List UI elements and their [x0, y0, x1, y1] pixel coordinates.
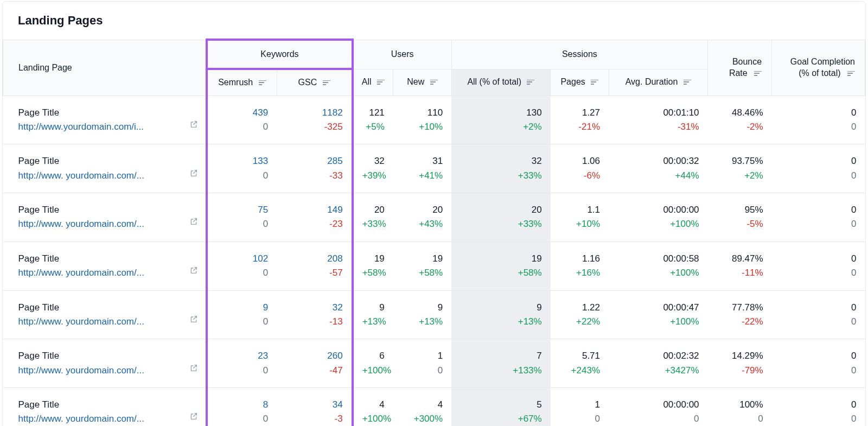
sessions-all-value: 9 — [460, 301, 542, 315]
semrush-value[interactable]: 75 — [216, 203, 268, 217]
page-title[interactable]: Page Title — [18, 398, 197, 412]
cell-users-new: 1 0 — [393, 339, 451, 388]
cell-semrush: 9 0 — [207, 290, 277, 339]
sessions-all-value: 130 — [460, 106, 542, 120]
cell-goal-completion: 0 0 — [772, 144, 865, 193]
cell-gsc: 149 -23 — [277, 193, 353, 242]
page-title[interactable]: Page Title — [18, 203, 197, 217]
users-all-sub: +5% — [362, 120, 385, 134]
cell-pages: 1.16 +16% — [551, 241, 609, 290]
users-new-sub: 0 — [402, 364, 443, 378]
cell-pages: 1.27 -21% — [551, 96, 609, 144]
external-link-icon[interactable] — [189, 411, 198, 425]
header-users-new[interactable]: New — [393, 69, 451, 96]
bounce-value: 89.47% — [717, 252, 763, 266]
page-url-link[interactable]: http://www. yourdomain.com/... — [18, 217, 144, 231]
gsc-value[interactable]: 34 — [285, 398, 343, 412]
external-link-icon[interactable] — [189, 314, 198, 328]
users-new-value: 4 — [402, 398, 443, 412]
header-sessions-all[interactable]: All (% of total) — [451, 69, 551, 96]
header-semrush[interactable]: Semrush — [207, 69, 277, 96]
gsc-sub: -33 — [285, 169, 343, 183]
header-users-all[interactable]: All — [353, 69, 393, 96]
cell-bounce-rate: 95% -5% — [708, 193, 772, 242]
page-title[interactable]: Page Title — [18, 349, 197, 363]
page-url-link[interactable]: http://www. yourdomain.com/... — [18, 364, 144, 378]
dur-value: 00:00:00 — [617, 203, 699, 217]
gsc-value[interactable]: 32 — [285, 301, 343, 315]
sort-icon — [754, 68, 762, 80]
header-pages[interactable]: Pages — [551, 69, 609, 96]
cell-users-all: 121 +5% — [353, 96, 393, 144]
goal-sub: 0 — [781, 266, 857, 280]
cell-users-new: 4 +300% — [393, 387, 451, 426]
cell-users-all: 32 +39% — [353, 144, 393, 193]
landing-pages-table: Landing Page Keywords Users Sessions Bou… — [3, 39, 865, 426]
page-title[interactable]: Page Title — [18, 154, 197, 168]
header-landing-page[interactable]: Landing Page — [3, 40, 207, 96]
table-row: Page Title http://www. yourdomain.com/..… — [3, 387, 865, 426]
semrush-value[interactable]: 23 — [216, 349, 268, 363]
external-link-icon[interactable] — [189, 119, 198, 133]
cell-users-new: 110 +10% — [393, 96, 451, 144]
gsc-value[interactable]: 149 — [285, 203, 343, 217]
users-new-value: 31 — [402, 154, 443, 168]
semrush-value[interactable]: 439 — [216, 106, 268, 120]
semrush-sub: 0 — [216, 266, 268, 280]
cell-goal-completion: 0 0 — [772, 193, 865, 242]
semrush-sub: 0 — [216, 412, 268, 426]
bounce-sub: 0 — [717, 412, 763, 426]
sort-icon — [847, 68, 855, 80]
page-url-link[interactable]: http://www. yourdomain.com/... — [18, 315, 144, 329]
header-goal-completion[interactable]: Goal Completion (% of total) — [772, 40, 865, 96]
cell-sessions-all: 9 +13% — [451, 290, 551, 339]
cell-semrush: 133 0 — [207, 144, 277, 193]
gsc-value[interactable]: 260 — [285, 349, 343, 363]
bounce-value: 100% — [717, 398, 763, 412]
page-url-link[interactable]: http://www. yourdomain.com/... — [18, 169, 144, 183]
table-row: Page Title http://www. yourdomain.com/..… — [3, 144, 865, 193]
semrush-sub: 0 — [216, 169, 268, 183]
goal-sub: 0 — [781, 217, 857, 231]
goal-value: 0 — [781, 106, 857, 120]
cell-bounce-rate: 93.75% +2% — [708, 144, 772, 193]
cell-users-new: 31 +41% — [393, 144, 451, 193]
external-link-icon[interactable] — [189, 216, 198, 230]
goal-value: 0 — [781, 252, 857, 266]
semrush-value[interactable]: 102 — [216, 252, 268, 266]
semrush-value[interactable]: 9 — [216, 301, 268, 315]
semrush-value[interactable]: 8 — [216, 398, 268, 412]
goal-sub: 0 — [781, 169, 857, 183]
header-keywords-group: Keywords — [207, 40, 352, 69]
header-bounce-rate[interactable]: Bounce Rate — [708, 40, 772, 96]
gsc-value[interactable]: 285 — [285, 154, 343, 168]
external-link-icon[interactable] — [189, 363, 198, 377]
dur-value: 00:00:00 — [617, 398, 699, 412]
sessions-all-value: 7 — [460, 349, 542, 363]
page-url-link[interactable]: http://www.yourdomain.com/i... — [18, 120, 144, 134]
page-title[interactable]: Page Title — [18, 252, 197, 266]
page-url-link[interactable]: http://www. yourdomain.com/... — [18, 266, 144, 280]
gsc-sub: -47 — [285, 364, 343, 378]
sort-icon — [591, 78, 598, 87]
page-title[interactable]: Page Title — [18, 301, 197, 315]
goal-sub: 0 — [781, 120, 857, 134]
page-title[interactable]: Page Title — [18, 106, 197, 120]
header-gsc[interactable]: GSC — [277, 69, 353, 96]
cell-sessions-all: 20 +33% — [451, 193, 551, 242]
semrush-value[interactable]: 133 — [216, 154, 268, 168]
external-link-icon[interactable] — [189, 168, 198, 182]
bounce-sub: -11% — [717, 266, 763, 280]
pages-sub: 0 — [559, 412, 600, 426]
gsc-value[interactable]: 208 — [285, 252, 343, 266]
pages-sub: +243% — [559, 364, 600, 378]
cell-gsc: 1182 -325 — [277, 96, 353, 144]
cell-gsc: 285 -33 — [277, 144, 353, 193]
page-url-link[interactable]: http://www. yourdomain.com/... — [18, 412, 144, 426]
dur-sub: +100% — [617, 266, 699, 280]
gsc-value[interactable]: 1182 — [285, 106, 343, 120]
external-link-icon[interactable] — [189, 265, 198, 279]
users-all-value: 6 — [362, 349, 385, 363]
header-avg-duration[interactable]: Avg. Duration — [609, 69, 708, 96]
cell-semrush: 75 0 — [207, 193, 277, 242]
